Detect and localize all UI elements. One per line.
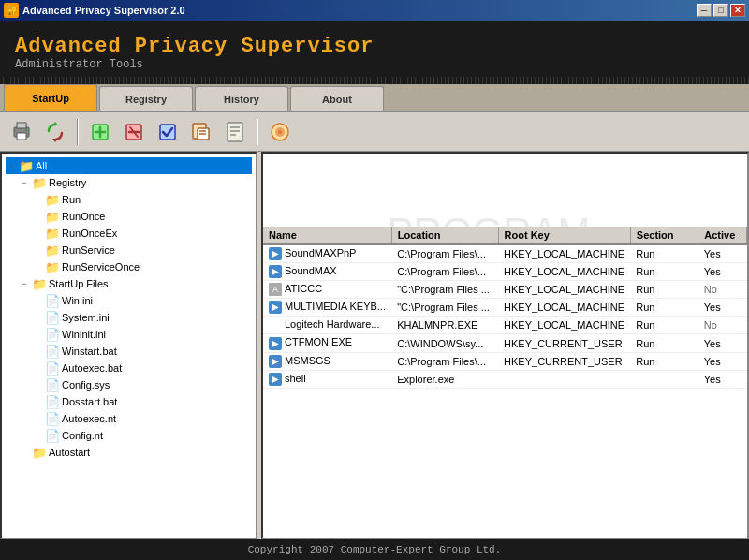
tree-toggle-wininit	[32, 329, 43, 340]
tree-label-runonce: RunOnce	[62, 211, 105, 222]
tree-toggle-winstart	[32, 346, 43, 357]
export-button[interactable]	[185, 117, 217, 147]
title-bar-left: 🔐 Advanced Privacy Supervisor 2.0	[4, 3, 185, 18]
tree-label-confignt: Config.nt	[62, 430, 103, 441]
tab-history[interactable]: History	[195, 86, 288, 111]
separator-2	[257, 119, 258, 145]
tree-item-config[interactable]: 📄 Config.sys	[6, 376, 252, 393]
tree-item-confignt[interactable]: 📄 Config.nt	[6, 427, 252, 444]
table-row[interactable]: ▶SoundMAXPnPC:\Program Files\...HKEY_LOC…	[263, 244, 747, 263]
tree-toggle-dosstart	[32, 396, 43, 407]
tree-label-autoexec: Autoexec.bat	[62, 362, 122, 374]
svg-rect-2	[17, 133, 26, 140]
enable-button[interactable]	[152, 117, 184, 147]
toolbar	[0, 112, 749, 152]
close-button[interactable]: ✕	[730, 4, 745, 17]
tree-item-wininit[interactable]: 📄 Wininit.ini	[6, 326, 252, 343]
col-name[interactable]: Name	[263, 227, 391, 244]
special-button[interactable]	[264, 117, 296, 147]
tree-toggle-systemini	[32, 312, 43, 323]
tree-item-dosstart[interactable]: 📄 Dosstart.bat	[6, 393, 252, 410]
main-area: − 📁 All − 📁 Registry 📁 Run 📁 RunOnce	[0, 152, 749, 539]
col-rootkey[interactable]: Root Key	[498, 227, 630, 244]
delete-button[interactable]	[118, 117, 150, 147]
folder-icon-systemini: 📄	[45, 310, 60, 325]
tree-label-config: Config.sys	[62, 379, 110, 391]
folder-icon-autoexec: 📄	[45, 361, 60, 376]
tree-item-winstart[interactable]: 📄 Winstart.bat	[6, 343, 252, 360]
tree-toggle-runoncex	[32, 228, 43, 239]
properties-button[interactable]	[219, 117, 251, 147]
tree-item-runonce[interactable]: 📁 RunOnce	[6, 208, 252, 225]
app-subtitle: Administrator Tools	[15, 58, 734, 71]
tabs-bar: StartUp Registry History About	[0, 84, 749, 112]
table-body: ▶SoundMAXPnPC:\Program Files\...HKEY_LOC…	[263, 244, 747, 388]
tree-toggle-runserviceonce	[32, 261, 43, 273]
tree-item-run[interactable]: 📁 Run	[6, 191, 252, 208]
title-bar: 🔐 Advanced Privacy Supervisor 2.0 ─ □ ✕	[0, 0, 749, 21]
col-section[interactable]: Section	[630, 227, 698, 244]
folder-icon-runoncex: 📁	[45, 226, 60, 241]
tree-panel[interactable]: − 📁 All − 📁 Registry 📁 Run 📁 RunOnce	[0, 152, 257, 539]
maximize-button[interactable]: □	[713, 4, 728, 17]
print-button[interactable]	[6, 117, 37, 147]
separator-1	[77, 119, 79, 145]
tree-item-runservice[interactable]: 📁 RunService	[6, 242, 252, 258]
tree-toggle-startup-files[interactable]: −	[19, 278, 30, 289]
tree-toggle-runonce	[32, 211, 43, 222]
table-row[interactable]: ▶shellExplorer.exeYes	[263, 370, 747, 388]
tab-registry[interactable]: Registry	[99, 86, 193, 111]
tree-label-autoexecnt: Autoexec.nt	[62, 413, 116, 424]
folder-icon-autostart: 📁	[32, 445, 47, 460]
minimize-button[interactable]: ─	[697, 4, 712, 17]
tree-item-all[interactable]: − 📁 All	[6, 157, 252, 174]
tree-item-autostart[interactable]: 📁 Autostart	[6, 444, 252, 461]
tree-toggle-run	[32, 194, 43, 205]
folder-icon-all: 📁	[19, 158, 34, 173]
col-active[interactable]: Active	[698, 227, 747, 244]
tree-toggle-registry[interactable]: −	[19, 177, 30, 188]
tree-item-autoexec[interactable]: 📄 Autoexec.bat	[6, 360, 252, 376]
table-row[interactable]: Logitech Hardware...KHALMNPR.EXEHKEY_LOC…	[263, 317, 747, 334]
table-row[interactable]: ▶CTFMON.EXEC:\WINDOWS\sy...HKEY_CURRENT_…	[263, 334, 747, 352]
table-row[interactable]: ▶MSMSGSC:\Program Files\...HKEY_CURRENT_…	[263, 352, 747, 370]
table-row[interactable]: ▶MULTIMEDIA KEYB..."C:\Program Files ...…	[263, 299, 747, 317]
table-row[interactable]: AATICCC"C:\Program Files ...HKEY_LOCAL_M…	[263, 281, 747, 299]
tree-toggle-autoexec	[32, 362, 43, 374]
folder-icon-startup-files: 📁	[32, 276, 47, 291]
tree-label-winini: Win.ini	[62, 295, 93, 306]
table-row[interactable]: ▶SoundMAXC:\Program Files\...HKEY_LOCAL_…	[263, 263, 747, 281]
tree-toggle-config	[32, 379, 43, 391]
tab-about[interactable]: About	[290, 86, 384, 111]
folder-icon-dosstart: 📄	[45, 394, 60, 409]
tree-item-autoexecnt[interactable]: 📄 Autoexec.nt	[6, 410, 252, 427]
tree-label-registry: Registry	[49, 177, 86, 188]
content-panel[interactable]: PROGRAM... Name Location Root Key Sectio…	[261, 152, 749, 539]
tree-item-runserviceonce[interactable]: 📁 RunServiceOnce	[6, 258, 252, 275]
tree-item-registry[interactable]: − 📁 Registry	[6, 174, 252, 191]
svg-rect-17	[228, 123, 242, 141]
tree-item-startup-files[interactable]: − 📁 StartUp Files	[6, 275, 252, 292]
tree-toggle-autostart	[19, 447, 30, 458]
folder-icon-confignt: 📄	[45, 428, 60, 443]
add-button[interactable]	[84, 117, 116, 147]
folder-icon-runserviceonce: 📁	[45, 259, 60, 274]
tree-item-winini[interactable]: 📄 Win.ini	[6, 292, 252, 309]
refresh-button[interactable]	[39, 117, 71, 147]
window-title: Advanced Privacy Supervisor 2.0	[22, 5, 185, 16]
tree-toggle-all[interactable]: −	[6, 160, 17, 171]
tab-startup[interactable]: StartUp	[4, 84, 97, 111]
svg-point-3	[25, 129, 27, 131]
tree-label-autostart: Autostart	[49, 447, 90, 458]
tree-label-dosstart: Dosstart.bat	[62, 396, 117, 407]
folder-icon-winstart: 📄	[45, 344, 60, 359]
title-bar-controls: ─ □ ✕	[697, 4, 745, 17]
tree-toggle-confignt	[32, 430, 43, 441]
tree-item-systemini[interactable]: 📄 System.ini	[6, 309, 252, 326]
app-title: Advanced Privacy Supervisor	[15, 35, 734, 58]
svg-point-23	[278, 130, 282, 134]
tree-label-runservice: RunService	[62, 244, 115, 256]
col-location[interactable]: Location	[391, 227, 498, 244]
folder-icon-autoexecnt: 📄	[45, 411, 60, 426]
tree-item-runoncex[interactable]: 📁 RunOnceEx	[6, 225, 252, 242]
